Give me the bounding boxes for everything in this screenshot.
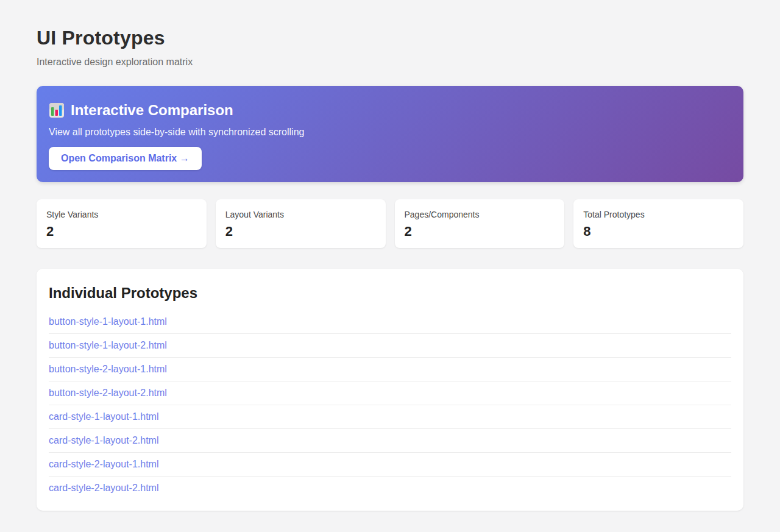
list-item: card-style-1-layout-2.html: [49, 429, 731, 453]
stat-value: 2: [405, 224, 555, 239]
prototype-link[interactable]: button-style-1-layout-2.html: [49, 340, 167, 350]
prototype-link[interactable]: card-style-2-layout-1.html: [49, 459, 159, 469]
stat-card-total-prototypes: Total Prototypes 8: [573, 199, 743, 248]
banner-description: View all prototypes side-by-side with sy…: [49, 126, 731, 139]
stat-value: 2: [46, 224, 197, 239]
prototype-link[interactable]: button-style-2-layout-1.html: [49, 364, 167, 374]
bar-chart-icon: [49, 102, 65, 118]
list-item: button-style-2-layout-2.html: [49, 381, 731, 405]
prototype-link[interactable]: card-style-2-layout-2.html: [49, 483, 159, 493]
prototype-list: button-style-1-layout-1.html button-styl…: [49, 310, 731, 500]
page-title: UI Prototypes: [37, 27, 743, 49]
stat-label: Layout Variants: [225, 210, 376, 219]
interactive-comparison-banner: Interactive Comparison View all prototyp…: [37, 86, 743, 182]
banner-title-row: Interactive Comparison: [49, 101, 731, 120]
prototype-link[interactable]: card-style-1-layout-2.html: [49, 435, 159, 445]
stat-card-pages-components: Pages/Components 2: [395, 199, 565, 248]
list-item: button-style-1-layout-1.html: [49, 310, 731, 334]
page-subtitle: Interactive design exploration matrix: [37, 57, 743, 68]
individual-prototypes-card: Individual Prototypes button-style-1-lay…: [37, 269, 743, 511]
stat-value: 2: [225, 224, 376, 239]
list-item: card-style-2-layout-1.html: [49, 453, 731, 477]
open-comparison-matrix-button[interactable]: Open Comparison Matrix →: [49, 147, 202, 170]
prototype-link[interactable]: button-style-2-layout-2.html: [49, 388, 167, 398]
list-item: button-style-1-layout-2.html: [49, 334, 731, 358]
list-item: card-style-1-layout-1.html: [49, 405, 731, 429]
list-item: card-style-2-layout-2.html: [49, 477, 731, 500]
list-item: button-style-2-layout-1.html: [49, 358, 731, 381]
prototype-link[interactable]: card-style-1-layout-1.html: [49, 411, 159, 422]
individual-prototypes-heading: Individual Prototypes: [49, 283, 731, 303]
stat-label: Pages/Components: [405, 210, 555, 219]
stat-card-layout-variants: Layout Variants 2: [216, 199, 386, 248]
stat-label: Total Prototypes: [583, 210, 734, 219]
stat-label: Style Variants: [46, 210, 197, 219]
stat-value: 8: [583, 224, 734, 239]
prototype-link[interactable]: button-style-1-layout-1.html: [49, 316, 167, 327]
banner-title: Interactive Comparison: [71, 101, 233, 120]
stats-row: Style Variants 2 Layout Variants 2 Pages…: [37, 199, 743, 248]
stat-card-style-variants: Style Variants 2: [37, 199, 207, 248]
page: UI Prototypes Interactive design explora…: [0, 0, 780, 532]
